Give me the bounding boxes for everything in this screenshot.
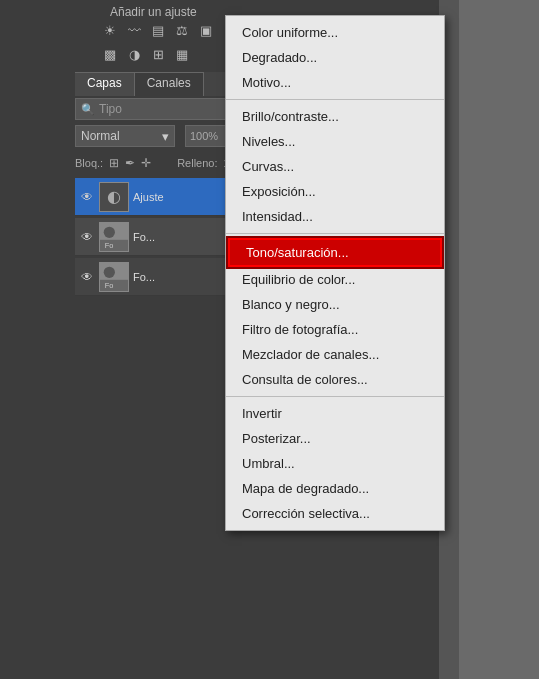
layer-thumb-2: Fo bbox=[99, 262, 129, 292]
tab-capas[interactable]: Capas bbox=[75, 72, 135, 96]
layer-row-0[interactable]: 👁 ◐ Ajuste bbox=[75, 178, 250, 216]
lock-label: Bloq.: bbox=[75, 157, 103, 169]
menu-item-18[interactable]: Corrección selectiva... bbox=[226, 501, 444, 526]
menu-item-3[interactable]: Brillo/contraste... bbox=[226, 104, 444, 129]
levels-icon[interactable]: ▤ bbox=[148, 20, 168, 40]
brightness-icon[interactable]: ☀ bbox=[100, 20, 120, 40]
lock-paint-icon[interactable]: ✒ bbox=[125, 156, 135, 170]
menu-item-15[interactable]: Posterizar... bbox=[226, 426, 444, 451]
menu-separator-7 bbox=[226, 233, 444, 234]
photo-icon[interactable]: ▣ bbox=[196, 20, 216, 40]
menu-item-14[interactable]: Invertir bbox=[226, 401, 444, 426]
menu-item-2[interactable]: Motivo... bbox=[226, 70, 444, 95]
layer-row-2[interactable]: 👁 Fo Fo... bbox=[75, 258, 250, 296]
menu-separator-2 bbox=[226, 99, 444, 100]
opacity-label: 100% bbox=[190, 130, 218, 142]
lock-row: Bloq.: ⊞ ✒ ✛ Relleno: 100% ▾ bbox=[75, 153, 245, 173]
lock-move-icon[interactable]: ✛ bbox=[141, 156, 151, 170]
pattern-icon[interactable]: ⊞ bbox=[148, 44, 168, 64]
canvas-area bbox=[459, 0, 539, 679]
lock-pixel-icon[interactable]: ⊞ bbox=[109, 156, 119, 170]
layers-panel: Añadir un ajuste ☀ 〰 ▤ ⚖ ▣ ▩ ◑ ⊞ ▦ Capas… bbox=[0, 0, 250, 679]
menu-item-5[interactable]: Curvas... bbox=[226, 154, 444, 179]
layer-row-1[interactable]: 👁 Fo Fo... bbox=[75, 218, 250, 256]
hue-icon[interactable]: ▩ bbox=[100, 44, 120, 64]
menu-item-1[interactable]: Degradado... bbox=[226, 45, 444, 70]
add-adjustment-title: Añadir un ajuste bbox=[110, 5, 197, 19]
menu-item-8[interactable]: Tono/saturación... bbox=[228, 238, 442, 267]
search-icon: 🔍 bbox=[81, 103, 95, 116]
svg-text:Fo: Fo bbox=[105, 281, 114, 290]
blend-mode-arrow: ▾ bbox=[162, 129, 169, 144]
layer-thumb-1: Fo bbox=[99, 222, 129, 252]
layer-visibility-1[interactable]: 👁 bbox=[79, 229, 95, 245]
tab-canales[interactable]: Canales bbox=[135, 72, 204, 96]
menu-item-13[interactable]: Consulta de colores... bbox=[226, 367, 444, 392]
svg-text:Fo: Fo bbox=[105, 241, 114, 250]
svg-point-1 bbox=[104, 226, 115, 237]
adjustment-icons-row2: ▩ ◑ ⊞ ▦ bbox=[100, 44, 192, 64]
menu-item-16[interactable]: Umbral... bbox=[226, 451, 444, 476]
balance-icon[interactable]: ⚖ bbox=[172, 20, 192, 40]
gradient-icon[interactable]: ▦ bbox=[172, 44, 192, 64]
layer-search[interactable]: 🔍 Tipo bbox=[75, 98, 245, 120]
blend-mode-dropdown[interactable]: Normal ▾ bbox=[75, 125, 175, 147]
menu-item-11[interactable]: Filtro de fotografía... bbox=[226, 317, 444, 342]
adjustment-icons-row1: ☀ 〰 ▤ ⚖ ▣ bbox=[100, 20, 216, 40]
menu-item-17[interactable]: Mapa de degradado... bbox=[226, 476, 444, 501]
layer-thumb-0: ◐ bbox=[99, 182, 129, 212]
menu-item-6[interactable]: Exposición... bbox=[226, 179, 444, 204]
layer-visibility-0[interactable]: 👁 bbox=[79, 189, 95, 205]
bw-icon[interactable]: ◑ bbox=[124, 44, 144, 64]
layer-tabs: Capas Canales bbox=[75, 72, 250, 96]
menu-item-10[interactable]: Blanco y negro... bbox=[226, 292, 444, 317]
menu-item-7[interactable]: Intensidad... bbox=[226, 204, 444, 229]
menu-item-9[interactable]: Equilibrio de color... bbox=[226, 267, 444, 292]
blend-mode-value: Normal bbox=[81, 129, 120, 143]
menu-item-12[interactable]: Mezclador de canales... bbox=[226, 342, 444, 367]
menu-item-4[interactable]: Niveles... bbox=[226, 129, 444, 154]
adjustment-dropdown-menu: Color uniforme...Degradado...Motivo...Br… bbox=[225, 15, 445, 531]
svg-point-5 bbox=[104, 266, 115, 277]
search-placeholder: Tipo bbox=[99, 102, 122, 116]
menu-item-0[interactable]: Color uniforme... bbox=[226, 20, 444, 45]
layer-visibility-2[interactable]: 👁 bbox=[79, 269, 95, 285]
curves-icon[interactable]: 〰 bbox=[124, 20, 144, 40]
fill-label: Relleno: bbox=[177, 157, 217, 169]
menu-separator-13 bbox=[226, 396, 444, 397]
